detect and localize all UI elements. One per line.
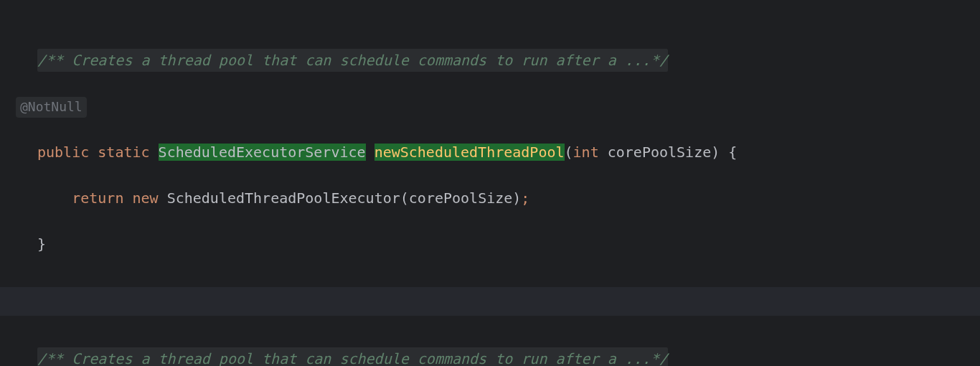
- folded-javadoc[interactable]: /** Creates a thread pool that can sched…: [37, 347, 668, 366]
- keyword-static: static: [98, 144, 149, 161]
- open-brace: {: [728, 144, 737, 161]
- folded-javadoc[interactable]: /** Creates a thread pool that can sched…: [37, 49, 668, 72]
- close-brace: }: [37, 235, 46, 253]
- keyword-public: public: [37, 144, 89, 161]
- javadoc-line: /** Creates a thread pool that can sched…: [37, 49, 980, 72]
- javadoc-line: /** Creates a thread pool that can sched…: [37, 347, 980, 366]
- return-type-highlighted: ScheduledExecutorService: [159, 144, 366, 161]
- keyword-return: return: [72, 189, 123, 207]
- keyword-new: new: [132, 189, 158, 207]
- close-brace-line: }: [37, 233, 980, 255]
- method-body-line: return new ScheduledThreadPoolExecutor(c…: [37, 187, 980, 210]
- close-paren: ): [512, 189, 521, 207]
- param-name: corePoolSize: [608, 144, 712, 161]
- close-paren: ): [711, 144, 720, 161]
- constructor-name: ScheduledThreadPoolExecutor: [167, 189, 400, 207]
- method-separator: [0, 287, 980, 316]
- arg-name: corePoolSize: [409, 189, 513, 207]
- param-type-int: int: [573, 144, 599, 161]
- annotation-inlay[interactable]: @NotNull: [16, 97, 87, 118]
- semicolon: ;: [521, 189, 529, 207]
- annotation-line: @NotNull: [37, 95, 980, 118]
- code-editor[interactable]: /** Creates a thread pool that can sched…: [0, 324, 980, 366]
- method-name-highlighted: newScheduledThreadPool: [374, 144, 565, 161]
- method-signature-line: public static ScheduledExecutorService n…: [37, 141, 980, 164]
- open-paren: (: [565, 144, 573, 161]
- code-editor[interactable]: /** Creates a thread pool that can sched…: [0, 3, 980, 278]
- open-paren: (: [400, 189, 409, 207]
